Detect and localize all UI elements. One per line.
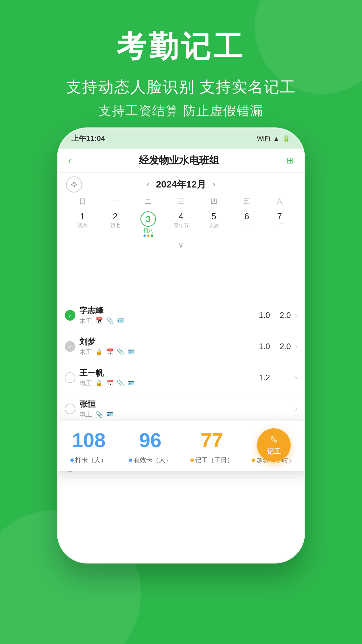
stat-validcard-value: 96 [139,429,162,451]
stat-valid-card: 96 [120,429,181,452]
worker-days-3: 1.2 [253,373,270,382]
status-icons: WiFi ▲ 🔋 [257,135,291,143]
worker-check-2[interactable]: ✓ [65,341,75,352]
cal-day-dots [132,234,165,237]
id-icon-2: 🪪 [127,348,135,356]
phone-mockup: 上午11:04 WiFi ▲ 🔋 ‹ 经发物业水电班组 ⊞ 今 [57,127,305,564]
qr-icon[interactable]: ⊞ [287,155,294,166]
worker-type-4: 电工 [79,410,92,419]
dot-validcard [129,459,132,462]
worker-name-1: 字志峰 [79,305,249,316]
cal-day-2[interactable]: 2 初七 [99,210,132,239]
worker-arrow-2: › [295,342,297,351]
stat-workdays-value: 77 [200,429,223,451]
app-content: ‹ 经发物业水电班组 ⊞ 今 ‹ 2024年12月 › 日 一 二 [58,149,304,562]
weekday-sun: 日 [66,196,99,207]
calendar-weekdays: 日 一 二 三 四 五 六 [66,196,296,207]
cal-day-3[interactable]: 3 初八 [132,210,165,239]
chevron-down-icon[interactable]: ∨ [66,239,296,251]
worker-arrow-3: › [295,373,297,382]
clip-icon-3: 📎 [117,379,124,387]
worker-row-4[interactable]: 张恒 电工 📎 🪪 › [65,393,297,425]
worker-icons-1: 📅 📎 🪪 [96,317,124,324]
id-icon-1: 🪪 [117,317,124,324]
dot-workdays [190,459,194,462]
status-bar: 上午11:04 WiFi ▲ 🔋 [58,128,304,149]
worker-days-2: 1.0 [253,342,270,351]
fab-icon: ✎ [270,434,278,446]
app-header-title: 经发物业水电班组 [139,154,219,167]
weekday-mon: 一 [99,196,132,207]
wifi-icon: WiFi [257,135,270,143]
cal-day-5[interactable]: 5 立夏 [197,210,230,239]
weekday-sat: 六 [263,196,296,207]
worker-icons-2: 📅 📎 🪪 [106,348,135,356]
worker-hours-2: 2.0 [274,342,291,351]
next-month-arrow[interactable]: › [213,180,215,189]
worker-days-1: 1.0 [253,311,270,320]
cal-day-1[interactable]: 1 初六 [66,210,99,239]
dot-orange [147,234,149,237]
calendar-section: 今 ‹ 2024年12月 › 日 一 二 三 四 五 六 [58,173,304,256]
calendar-month: 2024年12月 [156,178,206,191]
main-title: 考勤记工 [0,27,362,67]
id-icon-4: 🪪 [106,411,114,418]
signal-icon: ▲ [273,135,280,143]
sub-title-2: 支持工资结算 防止虚假错漏 [0,102,362,119]
worker-info-3: 王一帆 电工 🔒 📅 📎 🪪 [79,368,249,388]
calendar-days: 1 初六 2 初七 3 初八 [66,210,296,239]
calendar-header: 今 ‹ 2024年12月 › [66,178,296,191]
worker-info-2: 刘梦 木工 🔒 📅 📎 🪪 [79,336,249,357]
today-button[interactable]: 今 [66,176,82,193]
worker-icons-4: 📎 🪪 [96,411,114,418]
worker-name-3: 王一帆 [79,368,249,378]
weekday-wed: 三 [165,196,197,207]
worker-name-4: 张恒 [79,399,249,410]
cal-day-7[interactable]: 7 十二 [263,210,296,239]
dot-punchcard [70,459,74,462]
stat-punchcard-value: 108 [72,429,106,451]
cal-day-4[interactable]: 4 青年节 [165,210,197,239]
worker-info-4: 张恒 电工 📎 🪪 [79,399,249,419]
worker-check-1[interactable]: ✓ [65,310,75,321]
dot-blue [143,234,146,237]
calendar-icon-2: 📅 [106,348,113,356]
weekday-fri: 五 [230,196,263,207]
clip-icon-1: 📎 [106,317,114,324]
lock-icon-2: 🔒 [96,348,103,356]
weekday-tue: 二 [132,196,165,207]
worker-type-3: 电工 [79,379,92,388]
app-header: ‹ 经发物业水电班组 ⊞ [58,149,304,173]
worker-row-3[interactable]: 王一帆 电工 🔒 📅 📎 🪪 1.2 › [65,362,297,393]
worker-check-4[interactable] [65,404,75,414]
worker-name-2: 刘梦 [79,336,249,347]
back-button[interactable]: ‹ [68,155,71,166]
stat-workdays: 77 [181,429,243,452]
worker-type-1: 木工 [79,317,92,325]
worker-type-2: 木工 [79,348,92,357]
battery-icon: 🔋 [282,135,291,143]
calendar-icon-1: 📅 [96,317,103,324]
stat-punchcard: 108 [58,429,120,452]
worker-info-1: 字志峰 木工 📅 📎 🪪 [79,305,249,325]
worker-icons-3: 📅 📎 🪪 [106,379,135,387]
lock-icon-3: 🔒 [96,380,103,387]
label-validcard: 有效卡（人） [120,456,181,465]
worker-arrow-4: › [295,405,297,413]
worker-row-2[interactable]: ✓ 刘梦 木工 🔒 📅 📎 🪪 1.0 [65,331,297,362]
prev-month-arrow[interactable]: ‹ [147,180,149,189]
phone-shell: 上午11:04 WiFi ▲ 🔋 ‹ 经发物业水电班组 ⊞ 今 [57,127,305,564]
worker-row-1[interactable]: ✓ 字志峰 木工 📅 📎 🪪 1.0 2.0 [65,300,297,331]
weekday-thu: 四 [197,196,230,207]
sub-title-1: 支持动态人脸识别 支持实名记工 [0,77,362,98]
fab-jigong-button[interactable]: ✎ 记工 [257,428,291,462]
cal-day-6[interactable]: 6 十一 [230,210,263,239]
clip-icon-2: 📎 [117,348,124,356]
fab-label: 记工 [267,447,281,456]
id-icon-3: 🪪 [127,379,135,387]
status-time: 上午11:04 [71,133,105,144]
worker-arrow-1: › [295,311,297,320]
label-workdays: 记工（工日） [181,456,243,465]
worker-check-3[interactable] [65,372,75,383]
worker-hours-1: 2.0 [274,311,291,320]
